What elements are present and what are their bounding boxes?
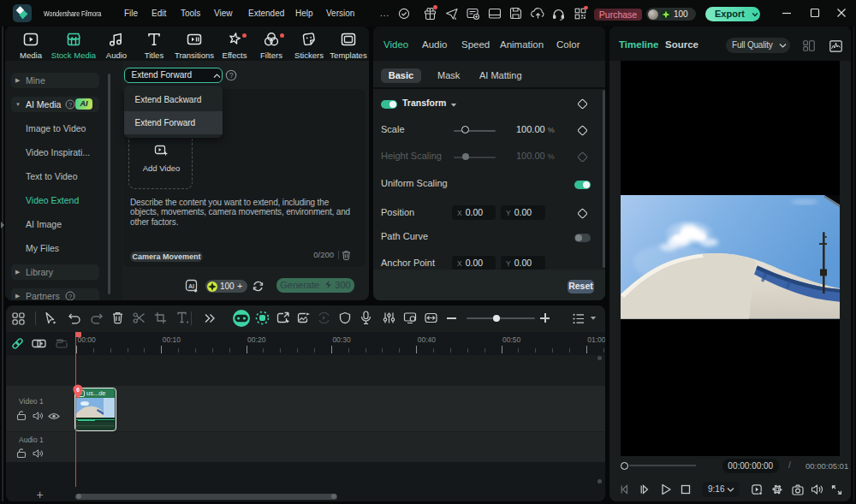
- svg-text:?: ?: [229, 71, 234, 80]
- svg-text:?: ?: [68, 292, 72, 299]
- svg-text:6: 6: [76, 386, 80, 392]
- svg-text:?: ?: [68, 100, 72, 108]
- svg-text:AI: AI: [188, 283, 194, 289]
